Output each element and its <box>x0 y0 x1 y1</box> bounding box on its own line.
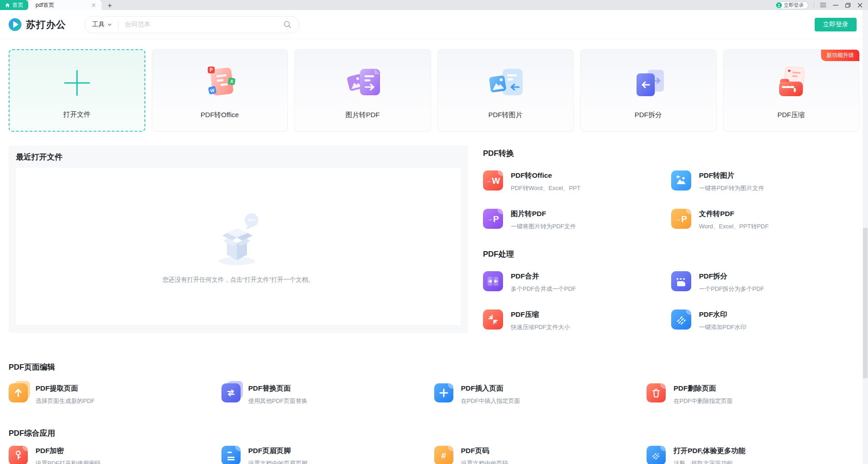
quick-cards-row: 打开文件 P W X PDF转Office <box>9 49 859 132</box>
feature-title: PDF转Office <box>511 171 580 180</box>
card-pdf-to-office[interactable]: P W X PDF转Office <box>152 49 288 132</box>
feature-title: 文件转PDF <box>699 209 769 219</box>
feature-desc: 使用其他PDF页面替换 <box>248 397 308 405</box>
feature-open-pdf-more[interactable]: 打开PDF,体验更多功能 注释、提取文字等功能 <box>647 446 859 464</box>
scrollbar-track[interactable] <box>863 10 868 464</box>
feature-title: PDF压缩 <box>511 310 570 320</box>
search-icon[interactable] <box>283 21 292 29</box>
feature-title: PDF页码 <box>461 446 508 456</box>
brand-name: 苏打办公 <box>26 18 66 31</box>
extract-up-arrow-icon <box>9 383 28 402</box>
split-dashed-icon <box>671 271 691 291</box>
feature-pdf-extract-pages[interactable]: PDF提取页面 选择页面生成新的PDF <box>9 383 221 405</box>
card-pdf-compress[interactable]: 新功能升级 PDF压缩 <box>723 49 860 132</box>
card-pdf-split[interactable]: PDF拆分 <box>580 49 717 132</box>
word-arrow-icon: →W <box>483 170 503 191</box>
search-divider <box>118 21 118 29</box>
feature-title: PDF插入页面 <box>461 384 520 393</box>
pdf-arrow-icon: →P <box>483 209 503 229</box>
card-pdf-to-image[interactable]: PDF转图片 <box>437 49 574 132</box>
feature-title: PDF加密 <box>36 446 101 456</box>
feature-title: PDF拆分 <box>699 272 764 281</box>
feature-desc: 选择页面生成新的PDF <box>36 397 95 405</box>
feature-pdf-to-image[interactable]: PDF转图片 一键将PDF转为图片文件 <box>671 170 859 192</box>
tool-filter-dropdown[interactable]: 工具 <box>92 21 112 29</box>
hash-icon: # <box>434 446 453 464</box>
feature-pdf-encrypt[interactable]: PDF加密 设置PDF打开和使用密码 <box>9 446 221 464</box>
feature-title: PDF页眉页脚 <box>248 446 308 456</box>
feature-pdf-merge[interactable]: PDF合并 多个PDF合并成一个PDF <box>483 271 671 293</box>
feature-pdf-split[interactable]: PDF拆分 一个PDF拆分为多个PDF <box>671 271 859 293</box>
feature-pdf-compress[interactable]: PDF压缩 快速压缩PDF文件大小 <box>483 309 671 331</box>
new-feature-badge: 新功能升级 <box>821 50 859 61</box>
compress-arrows-icon <box>483 309 503 330</box>
restore-button[interactable] <box>842 0 854 10</box>
feature-pdf-insert-pages[interactable]: PDF插入页面 在PDF中插入指定页面 <box>434 383 647 405</box>
card-image-to-pdf[interactable]: 图片转PDF <box>294 49 431 132</box>
card-label: 图片转PDF <box>345 111 380 119</box>
close-icon <box>858 3 863 8</box>
feature-pdf-watermark[interactable]: PDF水印 一键添加PDF水印 <box>671 309 859 331</box>
feature-pdf-delete-pages[interactable]: PDF删除页面 在PDF中删除指定页面 <box>647 383 859 405</box>
feature-pdf-page-number[interactable]: # PDF页码 设置文档中的页码 <box>434 446 647 464</box>
close-window-button[interactable] <box>854 0 866 10</box>
minimize-button[interactable] <box>829 0 842 10</box>
feature-desc: 设置文档中的页眉页脚 <box>248 459 308 464</box>
titlebar-login-pill[interactable]: 立即登录 <box>775 1 808 9</box>
feature-title: PDF合并 <box>511 272 576 281</box>
misc-grid: PDF加密 设置PDF打开和使用密码 PDF页眉页脚 设置文档中的页眉页脚 # … <box>9 446 859 464</box>
feature-desc: PDF转Word、Excel、PPT <box>511 184 580 192</box>
feature-columns: PDF转换 →W PDF转Office PDF转Word、Excel、PPT P… <box>483 145 859 333</box>
feature-desc: 一键将图片转为PDF文件 <box>511 222 576 231</box>
card-label: PDF拆分 <box>635 111 662 119</box>
empty-box-illustration <box>204 209 272 268</box>
main-content: 打开文件 P W X PDF转Office <box>0 49 868 464</box>
feature-desc: 设置PDF打开和使用密码 <box>36 459 101 464</box>
menu-button[interactable] <box>817 0 829 10</box>
section-title-misc: PDF综合应用 <box>9 428 859 438</box>
window-titlebar: 首页 pdf首页 + 立即登录 <box>0 0 868 10</box>
feature-title: 打开PDF,体验更多功能 <box>673 446 745 456</box>
annotate-lines-icon <box>647 446 666 464</box>
feature-desc: Word、Excel、PPT转PDF <box>699 222 769 231</box>
feature-pdf-replace-pages[interactable]: PDF替换页面 使用其他PDF页面替换 <box>221 383 434 405</box>
page-edit-section: PDF页面编辑 PDF提取页面 选择页面生成新的PDF PDF替换页面 使用其他… <box>9 362 859 405</box>
process-grid: PDF合并 多个PDF合并成一个PDF PDF拆分 一个PDF拆分为多个PDF … <box>483 271 859 331</box>
feature-title: PDF提取页面 <box>36 384 95 393</box>
header-footer-icon <box>221 446 241 464</box>
pdf-to-office-illustration: P W X <box>199 65 241 100</box>
pdf-split-illustration <box>629 65 668 100</box>
feature-title: PDF转图片 <box>699 171 764 180</box>
card-open-file[interactable]: 打开文件 <box>9 49 145 132</box>
feature-desc: 快速压缩PDF文件大小 <box>511 323 570 331</box>
svg-text:P: P <box>210 67 213 72</box>
recent-files-panel: 最近打开文件 您还没有打开任何文件，点击“打开文件”打开一个文档。 <box>9 145 468 333</box>
trash-icon <box>647 383 666 402</box>
feature-image-to-pdf[interactable]: →P 图片转PDF 一键将图片转为PDF文件 <box>483 209 671 231</box>
restore-icon <box>845 3 851 8</box>
feature-pdf-to-office[interactable]: →W PDF转Office PDF转Word、Excel、PPT <box>483 170 671 192</box>
home-tab-label: 首页 <box>12 1 23 9</box>
soda-logo-icon <box>8 18 22 31</box>
pdf-arrow-icon: →P <box>671 209 691 229</box>
search-bar[interactable]: 工具 合同范本 <box>84 16 299 33</box>
feature-desc: 注释、提取文字等功能 <box>673 459 745 464</box>
feature-desc: 多个PDF合并成一个PDF <box>511 285 576 293</box>
tab-home[interactable]: 首页 <box>0 0 28 10</box>
feature-pdf-header-footer[interactable]: PDF页眉页脚 设置文档中的页眉页脚 <box>221 446 434 464</box>
tab-pdf-home[interactable]: pdf首页 <box>28 0 102 10</box>
login-button[interactable]: 立即登录 <box>815 18 857 31</box>
card-label: PDF压缩 <box>777 111 805 119</box>
feature-desc: 一键将PDF转为图片文件 <box>699 184 764 192</box>
brand-logo: 苏打办公 <box>8 18 66 31</box>
tab-close-icon[interactable] <box>90 1 97 9</box>
feature-desc: 设置文档中的页码 <box>461 459 508 464</box>
section-title-convert: PDF转换 <box>483 148 859 159</box>
new-tab-button[interactable]: + <box>102 0 118 10</box>
feature-title: PDF水印 <box>699 310 746 320</box>
swap-arrows-icon <box>221 383 241 402</box>
recent-files-title: 最近打开文件 <box>16 152 461 162</box>
scrollbar-thumb[interactable] <box>863 228 868 378</box>
feature-file-to-pdf[interactable]: →P 文件转PDF Word、Excel、PPT转PDF <box>671 209 859 231</box>
feature-desc: 一键添加PDF水印 <box>699 323 746 331</box>
